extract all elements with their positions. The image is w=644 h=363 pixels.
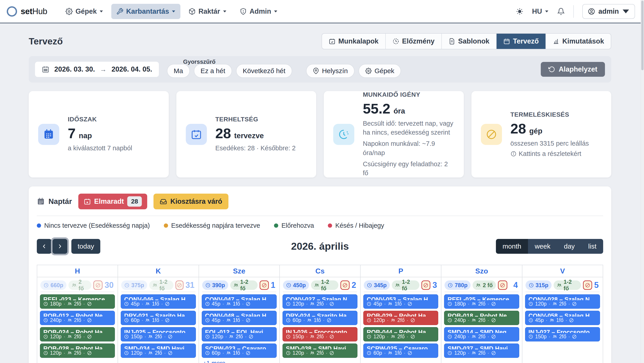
tab-tervezo[interactable]: Tervező bbox=[496, 34, 546, 49]
prev-month-button[interactable] bbox=[37, 239, 52, 254]
calendar-event[interactable]: CONV-053 – Szalag Havi PM45p·1fő· bbox=[363, 294, 438, 309]
event-people: 2fő bbox=[316, 350, 324, 356]
calendar-event[interactable]: INJ-026 – Froccsonto Havi PM150p·2fő· bbox=[282, 327, 358, 342]
calendar-event[interactable]: ROB-044 – Robot Havi PM120p·2fő· bbox=[363, 327, 438, 342]
calendar-event[interactable]: SCRW-023 – Csavarozo Havi ...60p·1fő· bbox=[202, 344, 277, 358]
scrollbar-thumb[interactable] bbox=[641, 1, 644, 70]
day-minutes-badge: 390p bbox=[202, 280, 228, 290]
calendar-event[interactable]: SMD-014 – SMD Negyedéves ...240p·2fő· bbox=[444, 327, 519, 342]
clock-icon bbox=[367, 351, 371, 355]
calendar-event[interactable]: REFL-025 – Kemence Havi PM180p·2fő· bbox=[444, 294, 519, 309]
people-icon bbox=[552, 334, 557, 339]
calendar-event[interactable]: REFL-023 – Kemence Havi PM180p·2fő· bbox=[40, 294, 115, 309]
event-people: 2fő bbox=[74, 301, 81, 307]
calendar-event[interactable]: CONV-048 – Szalag Havi PM45p·1fő· bbox=[202, 311, 277, 325]
calendar-event[interactable]: ROB-012 – Robot Negyedéves...240p·2fő· bbox=[40, 311, 115, 325]
people-icon bbox=[67, 334, 72, 339]
stat-card-termeleskieses[interactable]: TERMELÉSKIESÉS 28gép összesen 3315 perc … bbox=[472, 91, 612, 178]
calendar-event[interactable]: ROB-018 – Robot Negyedéves...240p·2fő· bbox=[444, 311, 519, 325]
today-button[interactable]: today bbox=[71, 239, 100, 254]
window-scrollbar[interactable] bbox=[641, 0, 644, 363]
calendar-event[interactable]: ROB-029 – Robot Havi PM120p·2fő· bbox=[363, 311, 438, 325]
slash-circle-icon bbox=[87, 351, 92, 355]
stat-card-idoszak: IDŐSZAK 7nap a kiválasztott 7 napból bbox=[29, 91, 169, 178]
quick-filter-ez-a-het[interactable]: Ez a hét bbox=[194, 64, 232, 78]
view-list-button[interactable]: list bbox=[582, 239, 603, 254]
view-day-button[interactable]: day bbox=[557, 239, 582, 254]
calendar-event[interactable]: ROB-028 – Robot Havi PM120p·2fő· bbox=[40, 344, 115, 358]
calendar-event[interactable]: SMD-038 – SMD Havi PM120p·2fő· bbox=[282, 344, 358, 358]
event-people: 2fő bbox=[155, 350, 162, 356]
nav-menu: Gépek Karbantartás Raktár Admin bbox=[60, 4, 282, 19]
event-people: 1fő bbox=[394, 350, 402, 356]
location-filter-button[interactable]: Helyszín bbox=[306, 64, 354, 78]
tab-sablonok[interactable]: Sablonok bbox=[442, 34, 497, 49]
date-range-input[interactable]: 2026. 03. 30. → 2026. 04. 05. bbox=[35, 62, 159, 77]
tab-kimutatasok[interactable]: Kimutatások bbox=[546, 34, 611, 49]
stat-unit: nap bbox=[79, 132, 92, 140]
people-icon bbox=[233, 283, 238, 288]
legend-dot-icon bbox=[164, 224, 168, 228]
user-menu-button[interactable]: admin bbox=[582, 4, 635, 19]
slash-circle-icon bbox=[95, 283, 100, 288]
event-meta: 60p·1fő· bbox=[367, 350, 435, 356]
calendar-event[interactable]: SMD-037 – SMD Havi PM120p·2fő· bbox=[444, 344, 519, 358]
quick-filter-kovetkezo-het[interactable]: Következő hét bbox=[236, 64, 292, 78]
nav-item-raktar[interactable]: Raktár bbox=[184, 4, 232, 19]
reset-button-label: Alaphelyzet bbox=[559, 65, 597, 73]
bell-icon[interactable] bbox=[557, 8, 565, 15]
calendar-event[interactable]: DRY-021 – Szarito Havi PM60p·1fő· bbox=[121, 311, 196, 325]
view-month-button[interactable]: month bbox=[496, 239, 528, 254]
calendar-event[interactable]: CONV-058 – Szalag Havi PM45p·1fő· bbox=[525, 311, 600, 325]
tab-elozmeny[interactable]: Előzmény bbox=[386, 34, 442, 49]
calendar-event[interactable]: SMD-034 – SMD Havi PM120p·2fő· bbox=[121, 344, 196, 358]
event-meta: 120p·2fő· bbox=[124, 350, 192, 356]
brand[interactable]: setHub bbox=[7, 6, 47, 16]
event-people: 2fő bbox=[559, 301, 566, 307]
event-title: ROB-024 – Robot Havi PM bbox=[43, 329, 112, 333]
nav-item-gepek[interactable]: Gépek bbox=[60, 4, 108, 19]
people-icon bbox=[395, 283, 400, 288]
nav-item-karbantartas[interactable]: Karbantartás bbox=[111, 4, 180, 19]
calendar-event[interactable]: CONV-028 – Szalag Negyedév...120p·2fő· bbox=[525, 294, 600, 309]
theme-toggle-sun-icon[interactable] bbox=[516, 8, 524, 15]
calendar-event[interactable]: EOL-012 – EOL Havi kalibracio120p·2fő· bbox=[202, 327, 277, 342]
event-minutes: 240p bbox=[454, 317, 466, 323]
unassigned-button[interactable]: Kiosztásra váró bbox=[154, 194, 228, 209]
event-title: CONV-027 – Szalag Negyedév... bbox=[286, 296, 354, 300]
calendar-event[interactable]: CONV-047 – Szalag Havi PM45p·1fő· bbox=[202, 294, 277, 309]
calendar-event[interactable]: ROB-024 – Robot Havi PM120p·2fő· bbox=[40, 327, 115, 342]
slash-circle-icon bbox=[165, 302, 170, 306]
calendar-event[interactable]: CONV-027 – Szalag Negyedév...120p·2fő· bbox=[282, 294, 358, 309]
event-title: EOL-012 – EOL Havi kalibracio bbox=[205, 329, 273, 333]
nav-item-admin[interactable]: Admin bbox=[235, 4, 282, 19]
reset-button[interactable]: Alaphelyzet bbox=[541, 62, 605, 77]
clock-icon bbox=[44, 283, 49, 288]
quick-filter-ma[interactable]: Ma bbox=[167, 64, 190, 78]
clock-icon bbox=[286, 318, 290, 322]
event-minutes: 180p bbox=[454, 301, 466, 307]
calendar-event[interactable]: INJ-027 – Froccsonto Havi PM150p·2fő· bbox=[525, 327, 600, 342]
calendar-month-title: 2026. április bbox=[291, 240, 349, 252]
calendar-event[interactable]: DRY-024 – Szarito Havi PM60p·1fő· bbox=[282, 311, 358, 325]
tab-munkalapok[interactable]: Munkalapok bbox=[322, 34, 386, 49]
day-people-value: 2 fő bbox=[483, 282, 492, 288]
next-month-button[interactable] bbox=[52, 239, 67, 254]
event-minutes: 120p bbox=[131, 350, 142, 356]
calendar-event[interactable]: CONV-046 – Szalag Havi PM45p·1fő· bbox=[121, 294, 196, 309]
more-events-link[interactable]: +1 more bbox=[203, 360, 277, 363]
calendar-check-icon bbox=[186, 124, 207, 145]
day-downtime-badge bbox=[260, 280, 269, 290]
event-minutes: 120p bbox=[50, 334, 62, 340]
calendar-event[interactable]: INJ-025 – Froccsonto Havi PM150p·2fő· bbox=[121, 327, 196, 342]
day-minutes-value: 780p bbox=[454, 282, 468, 288]
history-icon bbox=[392, 38, 399, 45]
day-summary-row: 375p1-2 fő31 bbox=[120, 280, 196, 292]
event-title: INJ-025 – Froccsonto Havi PM bbox=[124, 329, 192, 333]
overdue-button[interactable]: Elmaradt 28 bbox=[78, 194, 148, 209]
calendar-event[interactable]: SCRW-025 – Csavarozo Havi ...60p·1fő· bbox=[363, 344, 438, 358]
language-selector[interactable]: HU bbox=[532, 8, 549, 16]
view-week-button[interactable]: week bbox=[528, 239, 557, 254]
clock-icon bbox=[43, 318, 48, 322]
machines-filter-button[interactable]: Gépek bbox=[358, 64, 401, 78]
